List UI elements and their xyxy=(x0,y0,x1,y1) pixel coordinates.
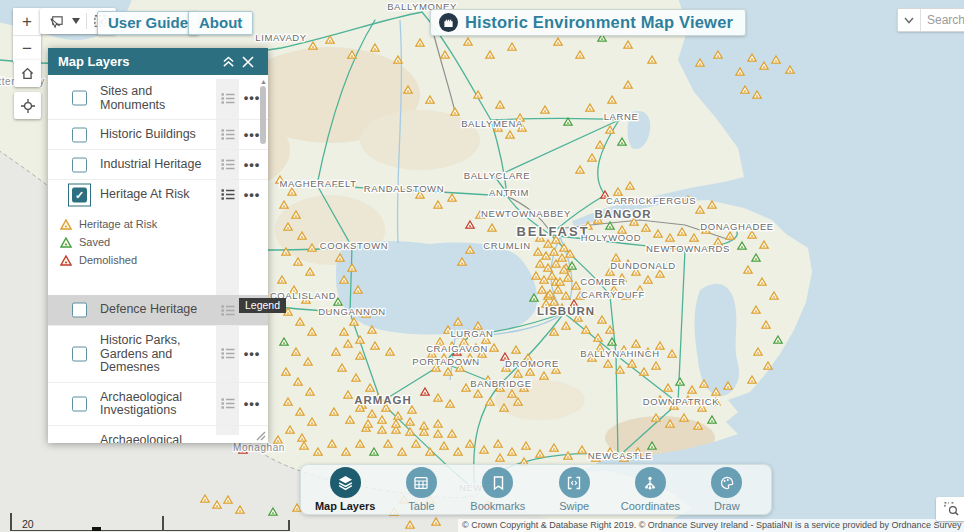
marker-dot xyxy=(285,372,287,374)
collapse-panel-button[interactable] xyxy=(218,52,238,72)
triangle-marker-icon xyxy=(60,255,72,266)
close-panel-button[interactable] xyxy=(238,52,258,72)
legend-list-icon[interactable] xyxy=(218,185,237,204)
marker-dot xyxy=(751,58,753,60)
toolbar-item-coordinates[interactable]: Coordinates xyxy=(612,467,688,512)
layer-checkbox-defence-heritage[interactable] xyxy=(72,303,87,318)
app-title-banner: Historic Environment Map Viewer xyxy=(430,9,746,36)
marker-dot xyxy=(343,332,345,334)
marker-dot xyxy=(571,266,573,268)
toolbar-item-bookmarks[interactable]: Bookmarks xyxy=(460,467,536,512)
place-label: NEWTOWNARDS xyxy=(646,243,730,254)
marker-dot xyxy=(751,380,753,382)
marker-dot xyxy=(517,374,519,376)
marker-dot xyxy=(511,452,513,454)
layer-label: Industrial Heritage xyxy=(100,158,212,172)
select-tool-dropdown[interactable] xyxy=(68,8,84,34)
locate-button[interactable] xyxy=(14,92,41,119)
zoom-in-button[interactable]: + xyxy=(13,8,41,35)
marker-dot xyxy=(667,388,669,390)
place-label: Monaghan xyxy=(233,442,285,453)
marker-dot xyxy=(561,258,563,260)
marker-dot xyxy=(483,450,485,452)
marker-dot xyxy=(311,422,313,424)
place-label: PORTADOWN xyxy=(412,356,479,367)
select-tool-button[interactable] xyxy=(44,8,68,34)
legend-list-icon[interactable] xyxy=(218,344,237,363)
layer-checkbox-historic-buildings[interactable] xyxy=(72,127,87,142)
map-attribution: © Crown Copyright & Database Right 2019.… xyxy=(458,519,964,532)
legend-list-icon[interactable] xyxy=(218,89,237,108)
marker-dot xyxy=(763,245,765,247)
toolbar-item-map-layers[interactable]: Map Layers xyxy=(307,467,383,512)
panel-resize-handle[interactable] xyxy=(256,431,266,441)
marker-dot xyxy=(469,250,471,252)
toolbar-item-table[interactable]: Table xyxy=(383,467,459,512)
marker-dot xyxy=(499,105,501,107)
marker-dot xyxy=(627,45,629,47)
layers-icon xyxy=(330,467,361,498)
scroll-up-arrow[interactable]: ▲ xyxy=(260,78,267,85)
layer-checkbox-sites-and-monuments[interactable] xyxy=(72,91,87,106)
marker-dot xyxy=(597,220,599,222)
layer-row: Sites and Monuments••• xyxy=(48,77,268,119)
marker-dot xyxy=(635,344,637,346)
layer-checkbox-industrial-heritage[interactable] xyxy=(72,157,87,172)
coordinates-icon xyxy=(635,467,666,498)
map-layers-panel: Map Layers Sites and Monuments•••Histori… xyxy=(48,48,268,443)
marker-dot xyxy=(216,505,218,507)
marker-dot xyxy=(409,422,411,424)
marker-dot xyxy=(551,276,553,278)
legend-list-icon[interactable] xyxy=(218,155,237,174)
about-button[interactable]: About xyxy=(188,11,253,35)
marker-dot xyxy=(611,342,613,344)
marker-dot xyxy=(443,446,445,448)
place-label: DUNDONALD xyxy=(610,260,676,271)
place-label: DOWNPATRICK xyxy=(643,396,720,407)
marker-dot xyxy=(555,240,557,242)
marker-dot xyxy=(296,508,298,510)
panel-scrollbar[interactable]: ▲ xyxy=(260,78,267,440)
select-cursor-icon xyxy=(48,14,64,29)
marker-dot xyxy=(679,382,681,384)
marker-dot xyxy=(763,66,765,68)
scrollbar-thumb[interactable] xyxy=(260,86,266,144)
legend-list-icon[interactable] xyxy=(218,394,237,413)
place-label: BANGOR xyxy=(594,208,651,220)
marker-dot xyxy=(727,386,729,388)
map-layers-panel-header[interactable]: Map Layers xyxy=(48,48,268,75)
user-guide-button[interactable]: User Guide xyxy=(97,11,199,35)
marker-dot xyxy=(711,420,713,422)
home-button[interactable] xyxy=(14,60,41,87)
search-source-dropdown[interactable] xyxy=(898,9,921,31)
layer-label: Defence Heritage xyxy=(100,303,212,317)
search-box xyxy=(897,8,964,32)
legend-list-icon[interactable] xyxy=(218,301,237,320)
layer-label: Historic Buildings xyxy=(100,128,212,142)
place-label: BALLYMENA xyxy=(461,118,523,129)
marker-dot xyxy=(773,296,775,298)
toolbar-divider xyxy=(86,13,87,29)
search-input[interactable] xyxy=(921,13,964,27)
marker-dot xyxy=(693,238,695,240)
legend-list-icon[interactable] xyxy=(218,125,237,144)
marker-dot xyxy=(295,215,297,217)
layer-checkbox-heritage-at-risk[interactable]: ✓ xyxy=(72,187,87,202)
zoom-selection-button[interactable] xyxy=(936,497,964,521)
toolbar-item-swipe[interactable]: Swipe xyxy=(536,467,612,512)
marker-dot xyxy=(424,392,426,394)
marker-dot xyxy=(609,130,611,132)
marker-dot xyxy=(287,227,289,229)
toolbar-item-draw[interactable]: Draw xyxy=(689,467,765,512)
place-label: HOLYWOOD xyxy=(581,232,642,243)
marker-dot xyxy=(611,100,613,102)
marker-dot xyxy=(555,264,557,266)
layer-checkbox-archaeological-investigations[interactable] xyxy=(72,396,87,411)
zoom-out-button[interactable]: − xyxy=(13,35,41,62)
marker-dot xyxy=(457,322,459,324)
place-label: COMBER xyxy=(580,276,625,287)
marker-dot xyxy=(581,450,583,452)
marker-dot xyxy=(755,310,757,312)
layer-checkbox-historic-parks-gardens-and-demesnes[interactable] xyxy=(72,346,87,361)
marker-dot xyxy=(575,286,577,288)
